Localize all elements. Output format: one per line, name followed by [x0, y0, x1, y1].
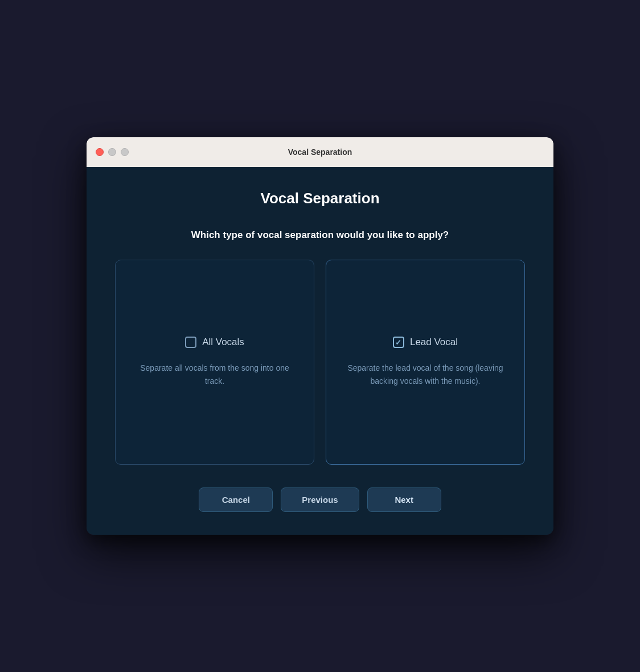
options-container: All Vocals Separate all vocals from the … — [115, 260, 525, 465]
traffic-lights — [96, 148, 129, 156]
option-lead-vocal-label: Lead Vocal — [410, 337, 458, 348]
option-all-vocals-header: All Vocals — [185, 337, 244, 348]
window-title: Vocal Separation — [288, 147, 352, 157]
option-lead-vocal-header: Lead Vocal — [393, 337, 458, 348]
option-all-vocals-description: Separate all vocals from the song into o… — [133, 362, 297, 387]
window: Vocal Separation Vocal Separation Which … — [87, 137, 553, 535]
buttons-row: Cancel Previous Next — [115, 487, 525, 512]
next-button[interactable]: Next — [367, 487, 441, 512]
cancel-button[interactable]: Cancel — [199, 487, 273, 512]
checkbox-lead-vocal[interactable] — [393, 337, 404, 348]
window-body: Vocal Separation Which type of vocal sep… — [87, 167, 553, 535]
option-all-vocals-label: All Vocals — [202, 337, 244, 348]
checkbox-all-vocals[interactable] — [185, 337, 196, 348]
option-all-vocals[interactable]: All Vocals Separate all vocals from the … — [115, 260, 314, 465]
title-bar: Vocal Separation — [87, 137, 553, 167]
maximize-button[interactable] — [121, 148, 129, 156]
minimize-button[interactable] — [108, 148, 116, 156]
question-text: Which type of vocal separation would you… — [115, 228, 525, 243]
close-button[interactable] — [96, 148, 104, 156]
option-lead-vocal[interactable]: Lead Vocal Separate the lead vocal of th… — [326, 260, 525, 465]
previous-button[interactable]: Previous — [281, 487, 359, 512]
option-lead-vocal-description: Separate the lead vocal of the song (lea… — [343, 362, 507, 387]
page-title: Vocal Separation — [115, 190, 525, 207]
